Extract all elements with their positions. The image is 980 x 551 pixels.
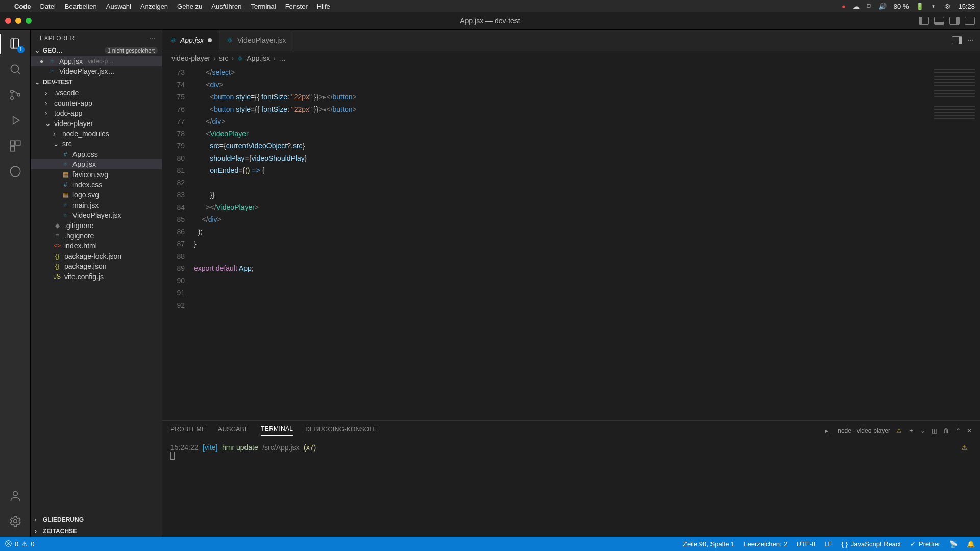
kill-terminal-icon[interactable]: 🗑 <box>943 427 949 434</box>
workspace-section[interactable]: ⌄ DEV-TEST <box>31 77 162 88</box>
editor-tab[interactable]: ⚛VideoPlayer.jsx <box>219 30 293 51</box>
folder-item[interactable]: ⌄video-player <box>31 118 162 129</box>
status-language[interactable]: { }JavaScript React <box>842 540 901 548</box>
line-number-gutter[interactable]: 7374757677787980818283848586878889909192 <box>162 65 194 420</box>
extensions-icon[interactable] <box>7 138 23 154</box>
breadcrumb-seg[interactable]: App.jsx <box>247 54 270 62</box>
terminal-name[interactable]: node - video-player <box>838 427 890 434</box>
settings-gear-icon[interactable] <box>7 513 23 530</box>
panel-tab-ausgabe[interactable]: AUSGABE <box>218 425 249 436</box>
minimize-window-button[interactable] <box>15 18 21 24</box>
breadcrumb-seg[interactable]: src <box>219 54 229 62</box>
file-item[interactable]: ⚛main.jsx <box>31 200 162 210</box>
app-name[interactable]: Code <box>14 3 31 10</box>
folder-item[interactable]: ⌄src <box>31 139 162 149</box>
open-editors-section[interactable]: ⌄ GEÖ… 1 nicht gespeichert <box>31 45 162 56</box>
accounts-icon[interactable] <box>7 488 23 504</box>
folder-item[interactable]: ›.vscode <box>31 88 162 98</box>
menu-anzeigen[interactable]: Anzeigen <box>140 3 168 10</box>
search-icon[interactable] <box>7 61 23 78</box>
file-item[interactable]: ⚛App.jsx <box>31 159 162 169</box>
breadcrumb-seg[interactable]: … <box>279 54 286 62</box>
file-item[interactable]: <>index.html <box>31 241 162 251</box>
control-center-icon[interactable]: ⚙ <box>945 3 951 10</box>
folder-item[interactable]: ›node_modules <box>31 129 162 139</box>
terminal-process-icon[interactable]: ▸_ <box>825 427 832 434</box>
menu-auswahl[interactable]: Auswahl <box>106 3 131 10</box>
outline-section[interactable]: › GLIEDERUNG <box>31 514 162 525</box>
run-debug-icon[interactable] <box>7 112 23 129</box>
svg-point-0 <box>11 65 18 72</box>
file-item[interactable]: ◆.gitignore <box>31 220 162 231</box>
toggle-primary-sidebar-button[interactable] <box>919 17 929 25</box>
file-item[interactable]: ▦logo.svg <box>31 190 162 200</box>
panel-tab-debugging-konsole[interactable]: DEBUGGING-KONSOLE <box>305 425 377 436</box>
svg-point-2 <box>10 97 13 99</box>
menu-bearbeiten[interactable]: Bearbeiten <box>65 3 97 10</box>
panel-maximize-icon[interactable]: ⌃ <box>955 427 961 434</box>
menu-gehe-zu[interactable]: Gehe zu <box>177 3 202 10</box>
panel-tab-probleme[interactable]: PROBLEME <box>170 425 206 436</box>
volume-icon[interactable]: 🔊 <box>878 3 887 10</box>
explorer-badge: 1 <box>17 46 24 53</box>
status-prettier[interactable]: ✓Prettier <box>910 540 940 548</box>
battery-icon[interactable]: 🔋 <box>916 3 924 10</box>
file-item[interactable]: JSvite.config.js <box>31 271 162 282</box>
maximize-window-button[interactable] <box>26 18 32 24</box>
close-window-button[interactable] <box>5 18 11 24</box>
status-indent[interactable]: Leerzeichen: 2 <box>744 540 787 548</box>
status-eol[interactable]: LF <box>824 540 832 548</box>
status-cursor-position[interactable]: Zeile 90, Spalte 1 <box>683 540 734 548</box>
minimap[interactable] <box>929 65 980 420</box>
source-control-icon[interactable] <box>7 87 23 103</box>
code-editor[interactable]: </select> <div> <button style={{ fontSiz… <box>194 65 929 420</box>
open-editors-label: GEÖ… <box>43 47 63 54</box>
terminal-warning-icon[interactable]: ⚠ <box>896 427 902 434</box>
terminal-dropdown-icon[interactable]: ⌄ <box>920 427 925 434</box>
menu-ausfuehren[interactable]: Ausführen <box>211 3 241 10</box>
menubar-clock[interactable]: 15:28 <box>958 3 975 10</box>
terminal-output[interactable]: ⚠ 15:24:22 [vite] hmr update /src/App.js… <box>162 440 980 537</box>
menu-terminal[interactable]: Terminal <box>251 3 276 10</box>
file-item[interactable]: {}package-lock.json <box>31 251 162 261</box>
explorer-icon[interactable]: 1 <box>7 36 23 52</box>
panel-tab-terminal[interactable]: TERMINAL <box>261 425 293 436</box>
sidebar-more-icon[interactable]: ⋯ <box>150 35 156 42</box>
file-item[interactable]: ⚛VideoPlayer.jsx <box>31 210 162 220</box>
split-editor-icon[interactable] <box>952 36 962 44</box>
timeline-section[interactable]: › ZEITACHSE <box>31 525 162 537</box>
file-item[interactable]: {}package.json <box>31 261 162 271</box>
open-editor-item[interactable]: ⚛VideoPlayer.jsx… <box>31 66 162 77</box>
unsaved-badge: 1 nicht gespeichert <box>105 47 158 54</box>
editor-tab[interactable]: ⚛App.jsx <box>162 30 219 51</box>
file-item[interactable]: ≡.hgignore <box>31 231 162 241</box>
folder-item[interactable]: ›todo-app <box>31 108 162 118</box>
status-feedback-icon[interactable]: 📡 <box>949 540 958 548</box>
breadcrumb[interactable]: video-player› src› ⚛ App.jsx› … <box>162 51 980 65</box>
status-encoding[interactable]: UTF-8 <box>797 540 816 548</box>
customize-layout-button[interactable] <box>965 17 975 25</box>
file-item[interactable]: #index.css <box>31 180 162 190</box>
toggle-secondary-sidebar-button[interactable] <box>949 17 960 25</box>
wifi-icon[interactable]: ᯤ <box>931 3 938 10</box>
menu-datei[interactable]: Datei <box>40 3 56 10</box>
svg-point-9 <box>13 520 17 523</box>
split-terminal-icon[interactable]: ◫ <box>932 427 937 434</box>
folder-item[interactable]: ›counter-app <box>31 98 162 108</box>
file-item[interactable]: ▦favicon.svg <box>31 169 162 180</box>
menu-fenster[interactable]: Fenster <box>285 3 308 10</box>
status-bell-icon[interactable]: 🔔 <box>967 540 975 548</box>
breadcrumb-seg[interactable]: video-player <box>172 54 210 62</box>
open-editor-item[interactable]: ●⚛App.jsxvideo-p… <box>31 56 162 66</box>
cloud-icon[interactable]: ☁ <box>853 3 860 10</box>
menu-hilfe[interactable]: Hilfe <box>317 3 330 10</box>
panel-close-icon[interactable]: ✕ <box>967 427 972 434</box>
status-errors[interactable]: ⓧ0 ⚠0 <box>5 539 34 548</box>
edge-tools-icon[interactable] <box>7 163 23 180</box>
tab-more-icon[interactable]: ⋯ <box>967 36 974 44</box>
display-icon[interactable]: ⧉ <box>867 2 871 10</box>
record-icon[interactable]: ● <box>842 3 846 10</box>
new-terminal-button[interactable]: ＋ <box>908 426 914 435</box>
file-item[interactable]: #App.css <box>31 149 162 159</box>
toggle-panel-button[interactable] <box>934 17 944 25</box>
